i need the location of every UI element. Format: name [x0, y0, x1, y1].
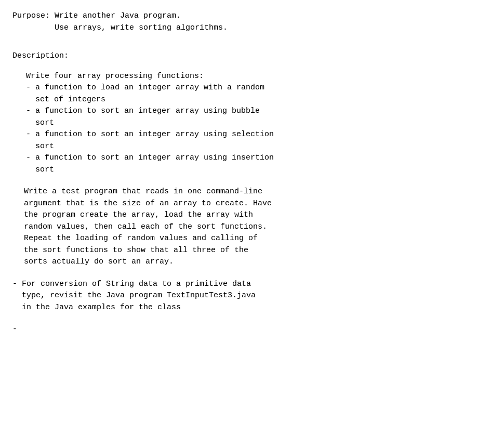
extra-item: -: [12, 324, 466, 336]
test-program-paragraph: Write a test program that reads in one c…: [15, 186, 466, 268]
description-label: Description:: [12, 50, 466, 62]
description-body: Write four array processing functions: -…: [12, 71, 466, 268]
conversion-item: - For conversion of String data to a pri…: [12, 279, 466, 314]
purpose-line2: Use arrays, write sorting algorithms.: [12, 22, 466, 34]
function-item-1: - a function to load an integer array wi…: [17, 82, 466, 106]
purpose-section: Purpose: Write another Java program. Use…: [12, 10, 466, 34]
purpose-text: Purpose: Write another Java program.: [12, 10, 466, 22]
functions-header: Write four array processing functions:: [17, 71, 466, 83]
page-content: Purpose: Write another Java program. Use…: [12, 10, 466, 336]
function-item-2: - a function to sort an integer array us…: [17, 106, 466, 129]
function-item-3: - a function to sort an integer array us…: [17, 129, 466, 152]
functions-list: Write four array processing functions: -…: [15, 71, 466, 176]
function-item-4: - a function to sort an integer array us…: [17, 152, 466, 176]
